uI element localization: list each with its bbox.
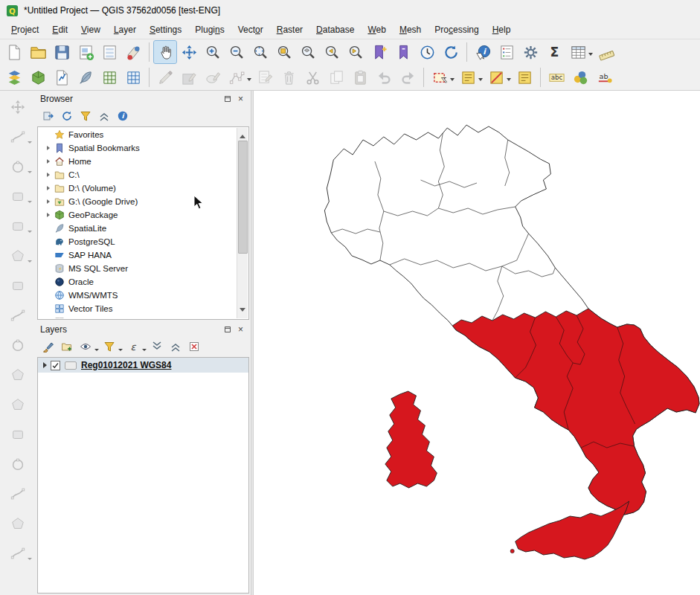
menu-processing[interactable]: Processing: [428, 22, 485, 38]
offset-curve-tool[interactable]: [7, 335, 28, 355]
browser-item-sap-hana[interactable]: SAP HANA: [39, 248, 237, 262]
chevron-down-icon[interactable]: [28, 260, 32, 265]
filter-legend-button[interactable]: [101, 338, 118, 355]
vertex-tool-button[interactable]: [225, 66, 248, 89]
temporal-controller-button[interactable]: [416, 41, 438, 63]
browser-item-geopackage[interactable]: GeoPackage: [39, 208, 237, 222]
chevron-down-icon[interactable]: [28, 201, 32, 205]
zoom-to-selection-button[interactable]: [273, 41, 295, 63]
trim-extend-tool[interactable]: [7, 543, 28, 563]
show-layout-manager-button[interactable]: [98, 41, 121, 63]
open-data-source-manager-button[interactable]: [3, 66, 25, 89]
manage-map-themes-button[interactable]: [77, 338, 94, 355]
menu-view[interactable]: View: [74, 22, 107, 38]
menu-raster[interactable]: Raster: [270, 22, 309, 38]
split-features-tool[interactable]: [7, 364, 28, 385]
circular-string-tool[interactable]: [7, 126, 28, 147]
annotation-tool[interactable]: [7, 275, 28, 295]
pan-map-button[interactable]: [154, 41, 176, 63]
menu-layer[interactable]: Layer: [107, 22, 143, 38]
reshape-features-tool[interactable]: [7, 305, 28, 325]
new-temporary-scratch-layer-button[interactable]: [98, 66, 121, 89]
scrollbar-thumb[interactable]: [238, 141, 248, 254]
menu-vector[interactable]: Vector: [231, 22, 270, 38]
refresh-map-button[interactable]: [440, 41, 462, 63]
zoom-to-layer-button[interactable]: [297, 41, 319, 63]
new-project-button[interactable]: [3, 41, 25, 63]
measure-line-button[interactable]: [595, 41, 617, 63]
new-virtual-layer-button[interactable]: [122, 66, 144, 89]
scroll-up-arrow-icon[interactable]: [240, 132, 245, 138]
select-features-button[interactable]: [428, 66, 451, 89]
zoom-out-button[interactable]: [225, 41, 248, 63]
add-feature-button[interactable]: [202, 66, 224, 89]
new-spatialite-layer-button[interactable]: [74, 66, 97, 89]
menu-help[interactable]: Help: [486, 22, 518, 38]
collapse-all-button[interactable]: [167, 338, 184, 355]
open-attribute-table-button[interactable]: [567, 41, 589, 63]
add-group-button[interactable]: [59, 338, 75, 355]
map-canvas[interactable]: [254, 91, 700, 595]
ellipse-tool[interactable]: [7, 186, 28, 206]
layer-diagram-button[interactable]: [593, 66, 615, 89]
new-spatial-bookmark-button[interactable]: [368, 41, 391, 63]
new-shapefile-layer-button[interactable]: [51, 66, 73, 89]
redo-button[interactable]: [396, 66, 419, 89]
expand-arrow-icon[interactable]: [47, 146, 50, 150]
expand-arrow-icon[interactable]: [47, 213, 50, 217]
chevron-down-icon[interactable]: [118, 349, 123, 353]
copy-features-button[interactable]: [325, 66, 347, 89]
expand-arrow-icon[interactable]: [47, 173, 50, 177]
select-features-by-value-button[interactable]: [457, 66, 479, 89]
expand-arrow-icon[interactable]: [43, 362, 47, 368]
menu-mesh[interactable]: Mesh: [393, 22, 428, 38]
circle-tool[interactable]: [7, 156, 28, 176]
chevron-down-icon[interactable]: [507, 78, 511, 83]
open-layer-styling-button[interactable]: [40, 338, 57, 355]
float-panel-button[interactable]: [222, 93, 233, 104]
zoom-in-button[interactable]: [202, 41, 224, 63]
scroll-down-arrow-icon[interactable]: [240, 308, 245, 315]
rectangle-tool[interactable]: [7, 216, 28, 236]
browser-item-oracle[interactable]: Oracle: [39, 275, 237, 289]
text-annotation-button[interactable]: [545, 66, 568, 89]
invert-selection-button[interactable]: [513, 66, 536, 89]
options-button[interactable]: [519, 41, 542, 63]
delete-selected-button[interactable]: [277, 66, 300, 89]
browser-item-spatial-bookmarks[interactable]: Spatial Bookmarks: [39, 141, 237, 155]
deselect-features-button[interactable]: [485, 66, 507, 89]
style-manager-button[interactable]: [122, 41, 144, 63]
browser-item-xyz-tiles[interactable]: XYZ Tiles: [39, 315, 237, 318]
chevron-down-icon[interactable]: [28, 141, 32, 146]
rotate-feature-tool[interactable]: [7, 454, 28, 474]
save-project-button[interactable]: [51, 41, 73, 63]
menu-settings[interactable]: Settings: [143, 22, 188, 38]
new-print-layout-button[interactable]: [74, 41, 97, 63]
show-statistics-button[interactable]: [543, 41, 565, 63]
regular-polygon-tool[interactable]: [7, 245, 28, 266]
close-panel-button[interactable]: ×: [235, 93, 246, 104]
browser-item-favorites[interactable]: Favorites: [39, 128, 237, 141]
show-spatial-bookmarks-button[interactable]: [392, 41, 414, 63]
merge-features-tool[interactable]: [7, 424, 28, 444]
menu-database[interactable]: Database: [309, 22, 361, 38]
toggle-editing-button[interactable]: [154, 66, 176, 89]
layer-row[interactable]: Reg01012021 WGS84: [38, 358, 248, 373]
chevron-down-icon[interactable]: [28, 231, 32, 235]
browser-item-d-drive[interactable]: D:\ (Volume): [39, 181, 237, 195]
menu-edit[interactable]: Edit: [45, 22, 74, 38]
browser-item-ms-sql-server[interactable]: MS SQL Server: [39, 262, 237, 275]
browser-item-spatialite[interactable]: SpatiaLite: [39, 222, 237, 235]
split-parts-tool[interactable]: [7, 394, 28, 414]
chevron-down-icon[interactable]: [94, 349, 99, 353]
menu-project[interactable]: Project: [4, 22, 45, 38]
undo-button[interactable]: [373, 66, 395, 89]
filter-browser-button[interactable]: [77, 108, 94, 124]
identify-features-button[interactable]: [472, 41, 494, 63]
layer-labeling-button[interactable]: [569, 66, 591, 89]
simplify-feature-tool[interactable]: [7, 483, 28, 504]
browser-item-wms-wmts[interactable]: WMS/WMTS: [39, 289, 237, 302]
cut-features-button[interactable]: [301, 66, 324, 89]
paste-features-button[interactable]: [349, 66, 371, 89]
open-project-button[interactable]: [27, 41, 49, 63]
